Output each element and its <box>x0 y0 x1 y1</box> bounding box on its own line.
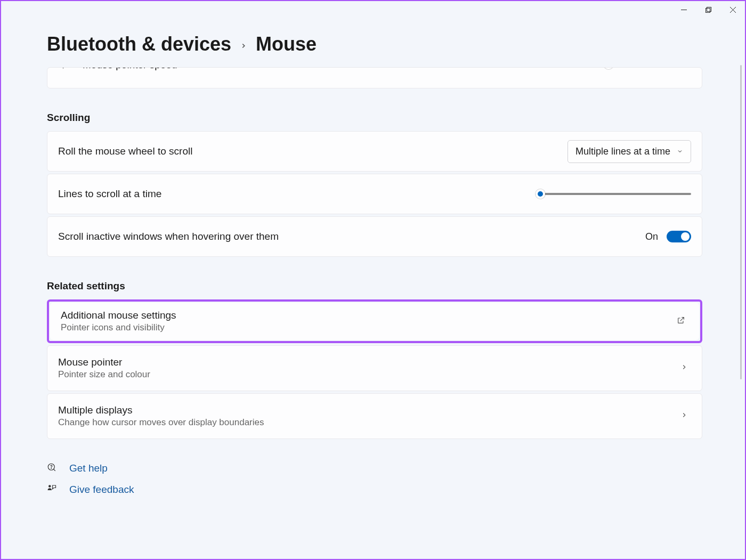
multiple-displays-sub: Change how cursor moves over display bou… <box>58 417 264 428</box>
lines-to-scroll-label: Lines to scroll at a time <box>58 188 161 200</box>
mouse-pointer-row[interactable]: Mouse pointer Pointer size and colour <box>47 345 702 391</box>
feedback-icon <box>47 484 58 496</box>
roll-wheel-row: Roll the mouse wheel to scroll Multiple … <box>47 131 702 172</box>
mouse-pointer-speed-row: Mouse pointer speed <box>47 67 702 88</box>
svg-point-7 <box>48 485 51 488</box>
scrollbar[interactable] <box>740 65 742 379</box>
multiple-displays-title: Multiple displays <box>58 404 264 416</box>
maximize-button[interactable] <box>696 1 720 18</box>
related-settings-heading: Related settings <box>47 280 702 292</box>
lines-to-scroll-row: Lines to scroll at a time <box>47 174 702 214</box>
scroll-inactive-row: Scroll inactive windows when hovering ov… <box>47 216 702 257</box>
cursor-icon <box>58 67 70 70</box>
chevron-down-icon <box>677 146 683 157</box>
additional-mouse-settings-row[interactable]: Additional mouse settings Pointer icons … <box>50 303 699 340</box>
help-icon <box>47 462 58 474</box>
page-title: Mouse <box>256 33 317 55</box>
lines-to-scroll-slider[interactable] <box>536 189 691 199</box>
chevron-right-icon <box>240 37 247 53</box>
get-help-label: Get help <box>69 462 108 474</box>
external-link-icon <box>677 316 688 327</box>
window-controls <box>671 1 745 18</box>
chevron-right-icon <box>680 411 691 421</box>
breadcrumb: Bluetooth & devices Mouse <box>47 33 702 55</box>
roll-wheel-value: Multiple lines at a time <box>575 146 670 157</box>
svg-point-6 <box>51 468 52 469</box>
give-feedback-label: Give feedback <box>69 484 134 496</box>
scroll-inactive-toggle[interactable] <box>667 231 691 242</box>
scroll-inactive-label: Scroll inactive windows when hovering ov… <box>58 231 279 242</box>
highlight-box: Additional mouse settings Pointer icons … <box>47 299 702 343</box>
scrolling-heading: Scrolling <box>47 112 702 124</box>
chevron-right-icon <box>680 363 691 373</box>
mouse-pointer-speed-label: Mouse pointer speed <box>83 67 177 71</box>
breadcrumb-parent[interactable]: Bluetooth & devices <box>47 33 231 55</box>
minimize-button[interactable] <box>671 1 696 18</box>
give-feedback-link[interactable]: Give feedback <box>47 484 702 496</box>
mouse-pointer-sub: Pointer size and colour <box>58 369 150 380</box>
svg-rect-1 <box>706 8 710 12</box>
roll-wheel-dropdown[interactable]: Multiple lines at a time <box>567 140 691 163</box>
mouse-pointer-title: Mouse pointer <box>58 356 150 368</box>
additional-mouse-settings-sub: Pointer icons and visibility <box>61 322 176 333</box>
get-help-link[interactable]: Get help <box>47 462 702 474</box>
multiple-displays-row[interactable]: Multiple displays Change how cursor move… <box>47 393 702 439</box>
roll-wheel-label: Roll the mouse wheel to scroll <box>58 145 192 157</box>
pointer-speed-slider[interactable] <box>536 67 691 70</box>
close-button[interactable] <box>720 1 745 18</box>
additional-mouse-settings-title: Additional mouse settings <box>61 310 176 321</box>
svg-rect-2 <box>707 7 711 11</box>
scroll-inactive-state: On <box>645 231 658 242</box>
